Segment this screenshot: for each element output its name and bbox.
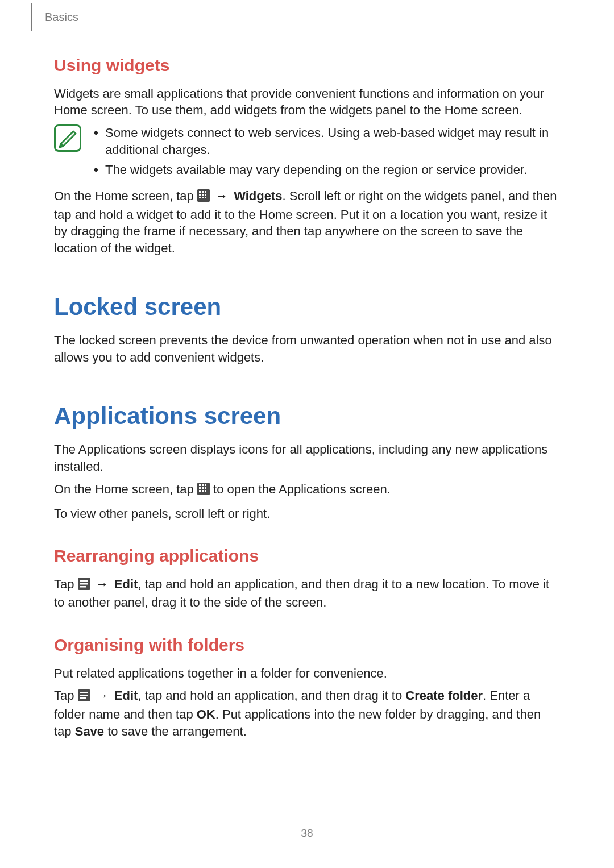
using-widgets-intro: Widgets are small applications that prov… <box>54 85 560 119</box>
text-fragment: On the Home screen, tap <box>54 189 197 203</box>
apps-grid-icon <box>197 189 210 206</box>
svg-rect-21 <box>199 487 201 489</box>
svg-rect-24 <box>208 487 208 489</box>
svg-rect-22 <box>202 487 204 489</box>
page-content: Using widgets Widgets are small applicat… <box>54 0 560 740</box>
apps-screen-p2: On the Home screen, tap to open the Appl… <box>54 481 560 500</box>
using-widgets-steps: On the Home screen, tap → Widgets. Scrol… <box>54 188 560 257</box>
arrow-icon: → <box>94 577 111 591</box>
bullet-icon: • <box>94 161 105 178</box>
heading-folders: Organising with folders <box>54 634 560 657</box>
svg-rect-28 <box>208 490 208 492</box>
edit-label: Edit <box>114 577 138 591</box>
save-label: Save <box>75 724 104 738</box>
svg-rect-25 <box>199 490 201 492</box>
header-section-label: Basics <box>45 10 78 25</box>
text-fragment: Tap <box>54 688 78 703</box>
svg-rect-15 <box>205 200 206 200</box>
create-folder-label: Create folder <box>405 688 483 703</box>
note-block: • Some widgets connect to web services. … <box>54 124 560 182</box>
svg-rect-17 <box>199 484 201 486</box>
menu-icon <box>78 689 90 706</box>
svg-rect-29 <box>199 493 201 493</box>
svg-rect-27 <box>205 490 206 492</box>
menu-icon <box>78 578 90 595</box>
svg-rect-10 <box>202 197 204 198</box>
note-list: • Some widgets connect to web services. … <box>94 124 560 182</box>
svg-rect-5 <box>199 194 201 196</box>
svg-rect-30 <box>202 493 204 493</box>
heading-locked-screen: Locked screen <box>54 291 560 323</box>
heading-using-widgets: Using widgets <box>54 54 560 77</box>
folders-intro: Put related applications together in a f… <box>54 665 560 682</box>
header-divider <box>31 3 32 31</box>
page-header: Basics <box>31 0 78 34</box>
svg-rect-12 <box>208 197 208 198</box>
svg-rect-4 <box>208 191 208 193</box>
ok-label: OK <box>197 707 215 721</box>
svg-rect-1 <box>199 191 201 193</box>
svg-rect-11 <box>205 197 206 198</box>
svg-rect-38 <box>80 695 88 696</box>
note-icon <box>54 124 81 152</box>
text-fragment: to open the Applications screen. <box>210 482 391 496</box>
svg-rect-18 <box>202 484 204 486</box>
svg-rect-13 <box>199 200 201 200</box>
apps-screen-p1: The Applications screen displays icons f… <box>54 441 560 475</box>
widgets-label: Widgets <box>234 189 282 203</box>
text-fragment: Tap <box>54 577 78 591</box>
svg-rect-35 <box>80 586 86 588</box>
note-text: The widgets available may vary depending… <box>105 161 560 178</box>
svg-rect-37 <box>80 692 88 693</box>
svg-rect-14 <box>202 200 204 200</box>
svg-rect-7 <box>205 194 206 196</box>
bullet-icon: • <box>94 124 105 158</box>
folders-steps: Tap → Edit, tap and hold an application,… <box>54 687 560 740</box>
page-number: 38 <box>0 826 614 841</box>
svg-rect-6 <box>202 194 204 196</box>
apps-grid-icon <box>197 483 210 500</box>
svg-rect-8 <box>208 194 208 196</box>
arrow-icon: → <box>213 189 230 203</box>
text-fragment: to save the arrangement. <box>104 724 247 738</box>
svg-rect-9 <box>199 197 201 198</box>
svg-rect-2 <box>202 191 204 193</box>
apps-screen-p3: To view other panels, scroll left or rig… <box>54 505 560 522</box>
svg-rect-26 <box>202 490 204 492</box>
svg-rect-33 <box>80 580 88 582</box>
locked-screen-body: The locked screen prevents the device fr… <box>54 332 560 366</box>
heading-rearranging: Rearranging applications <box>54 545 560 568</box>
note-text: Some widgets connect to web services. Us… <box>105 124 560 158</box>
svg-rect-3 <box>205 191 206 193</box>
text-fragment: On the Home screen, tap <box>54 482 197 496</box>
svg-rect-19 <box>205 484 206 486</box>
svg-rect-39 <box>80 697 86 699</box>
svg-rect-23 <box>205 487 206 489</box>
svg-rect-34 <box>80 583 88 585</box>
note-item: • Some widgets connect to web services. … <box>94 124 560 158</box>
page: Basics Using widgets Widgets are small a… <box>0 0 614 868</box>
heading-applications-screen: Applications screen <box>54 400 560 433</box>
text-fragment: , tap and hold an application, and then … <box>138 688 405 703</box>
svg-rect-20 <box>208 484 208 486</box>
arrow-icon: → <box>94 688 111 703</box>
rearranging-body: Tap → Edit, tap and hold an application,… <box>54 576 560 611</box>
edit-label: Edit <box>114 688 138 703</box>
svg-rect-31 <box>205 493 206 493</box>
note-item: • The widgets available may vary dependi… <box>94 161 560 178</box>
